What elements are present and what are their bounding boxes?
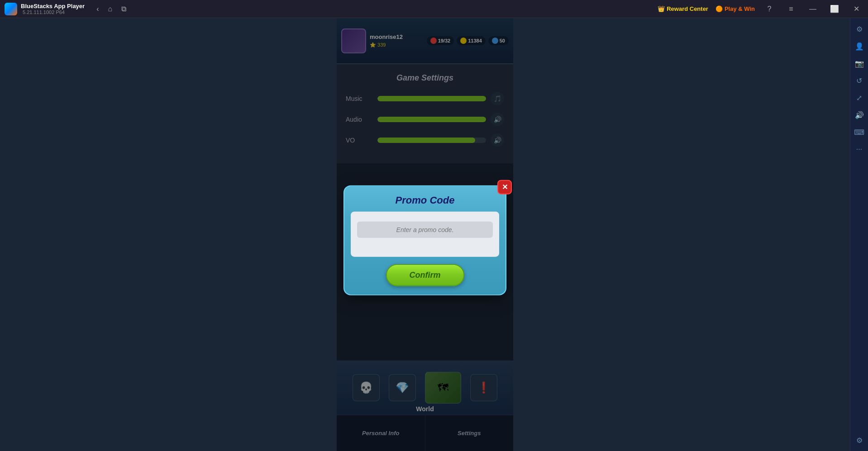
confirm-button[interactable]: Confirm bbox=[386, 264, 464, 286]
promo-title: Promo Code bbox=[344, 186, 506, 211]
close-button[interactable]: ✕ bbox=[849, 2, 863, 16]
fire-icon: 🟠 bbox=[715, 5, 723, 12]
sidebar-more-icon[interactable]: ··· bbox=[852, 142, 867, 157]
right-sidebar: ⚙ 👤 📷 ↺ ⤢ 🔊 ⌨ ··· ⚙ bbox=[850, 18, 868, 451]
home-button[interactable]: ⌂ bbox=[105, 3, 115, 15]
game-area: moonrise12 ⭐ 339 19/32 11384 50 bbox=[0, 18, 850, 451]
sidebar-resize-icon[interactable]: ⤢ bbox=[852, 90, 867, 105]
app-logo bbox=[5, 3, 17, 15]
sidebar-volume-icon[interactable]: 🔊 bbox=[852, 108, 867, 122]
reward-center-button[interactable]: 👑 Reward Center bbox=[658, 5, 708, 12]
app-version: 5.21.111.1002 P64 bbox=[23, 9, 85, 15]
help-button[interactable]: ? bbox=[762, 2, 777, 16]
restore-button[interactable]: ⬜ bbox=[827, 2, 842, 16]
promo-dialog: ✕ Promo Code Confirm bbox=[343, 185, 506, 295]
promo-close-button[interactable]: ✕ bbox=[497, 180, 512, 194]
game-content: moonrise12 ⭐ 339 19/32 11384 50 bbox=[337, 18, 513, 451]
back-button[interactable]: ‹ bbox=[94, 3, 101, 15]
sidebar-camera-icon[interactable]: 📷 bbox=[852, 56, 867, 71]
title-bar: BlueStacks App Player 5.21.111.1002 P64 … bbox=[0, 0, 868, 18]
menu-button[interactable]: ≡ bbox=[784, 2, 798, 16]
promo-confirm-area: Confirm bbox=[344, 256, 506, 294]
minimize-button[interactable]: — bbox=[806, 2, 820, 16]
reward-center-label: Reward Center bbox=[667, 5, 708, 12]
play-win-button[interactable]: 🟠 Play & Win bbox=[715, 5, 755, 12]
promo-code-input[interactable] bbox=[357, 221, 493, 237]
sidebar-profile-icon[interactable]: 👤 bbox=[852, 39, 867, 53]
modal-overlay: ✕ Promo Code Confirm bbox=[337, 18, 513, 451]
title-bar-right: 👑 Reward Center 🟠 Play & Win ? ≡ — ⬜ ✕ bbox=[658, 2, 863, 16]
sidebar-gear-icon[interactable]: ⚙ bbox=[852, 433, 867, 447]
sidebar-settings-icon[interactable]: ⚙ bbox=[852, 22, 867, 36]
sidebar-keyboard-icon[interactable]: ⌨ bbox=[852, 125, 867, 139]
grid-button[interactable]: ⧉ bbox=[119, 3, 129, 15]
app-name: BlueStacks App Player bbox=[21, 3, 85, 9]
nav-buttons: ‹ ⌂ ⧉ bbox=[94, 3, 129, 15]
crown-icon: 👑 bbox=[658, 5, 665, 12]
sidebar-refresh-icon[interactable]: ↺ bbox=[852, 73, 867, 88]
play-win-label: Play & Win bbox=[725, 5, 755, 12]
promo-input-area bbox=[351, 211, 499, 256]
